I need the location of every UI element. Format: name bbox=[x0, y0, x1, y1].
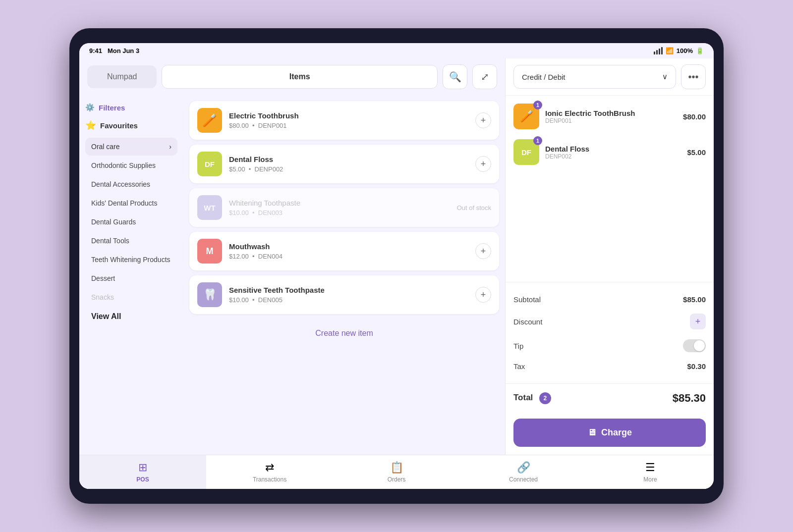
item-name: Electric Toothbrush bbox=[229, 111, 468, 120]
sidebar-item-snacks[interactable]: Snacks bbox=[85, 288, 177, 306]
filter-icon: ⚙️ bbox=[85, 103, 95, 112]
create-new-button[interactable]: Create new item bbox=[189, 319, 499, 348]
pos-icon: ⊞ bbox=[138, 461, 147, 474]
cart-section: 🪥 1 Ionic Electric ToothBrush DENP001 $8… bbox=[506, 96, 714, 282]
item-thumbnail: DF bbox=[197, 152, 222, 176]
item-card: DF Dental Floss $5.00 • DENP002 + bbox=[189, 145, 499, 183]
more-icon: ••• bbox=[688, 71, 698, 83]
cart-thumbnail: DF 1 bbox=[513, 139, 539, 165]
cart-badge: 1 bbox=[533, 136, 542, 145]
sidebar-item-orthodontic[interactable]: Orthodontic Supplies bbox=[85, 157, 177, 174]
tip-toggle[interactable] bbox=[683, 339, 706, 352]
nav-transactions[interactable]: ⇄ Transactions bbox=[206, 455, 333, 489]
search-button[interactable]: 🔍 bbox=[443, 64, 467, 89]
status-time: 9:41 Mon Jun 3 bbox=[89, 47, 139, 54]
expand-button[interactable]: ⤢ bbox=[472, 64, 497, 89]
item-meta: $10.00 • DEN005 bbox=[229, 296, 468, 304]
total-section: Total 2 $85.30 bbox=[506, 383, 714, 413]
sidebar-item-oral-care[interactable]: Oral care › bbox=[85, 138, 177, 156]
chevron-down-icon: ∨ bbox=[662, 72, 668, 81]
cart-item-price: $80.00 bbox=[683, 112, 706, 121]
discount-row: Discount + bbox=[513, 309, 706, 334]
nav-more-label: More bbox=[643, 476, 657, 483]
item-meta: $5.00 • DENP002 bbox=[229, 165, 468, 173]
cart-item-name: Dental Floss bbox=[545, 145, 681, 153]
item-thumbnail: M bbox=[197, 239, 222, 264]
summary-section: Subtotal $85.00 Discount + Tip Tax $0.30 bbox=[506, 282, 714, 383]
cart-item-price: $5.00 bbox=[687, 148, 706, 157]
bottom-nav: ⊞ POS ⇄ Transactions 📋 Orders 🔗 Connecte… bbox=[79, 455, 714, 489]
charge-section: 🖥 Charge bbox=[506, 413, 714, 455]
cart-badge: 1 bbox=[533, 101, 542, 109]
add-item-button[interactable]: + bbox=[475, 112, 491, 128]
top-bar: Numpad Items 🔍 ⤢ bbox=[79, 58, 505, 95]
item-info: Electric Toothbrush $80.00 • DENP001 bbox=[229, 111, 468, 129]
nav-pos-label: POS bbox=[136, 476, 149, 483]
tax-label: Tax bbox=[513, 362, 525, 371]
item-thumbnail: WT bbox=[197, 195, 222, 220]
tax-row: Tax $0.30 bbox=[513, 357, 706, 375]
add-item-button[interactable]: + bbox=[475, 287, 491, 303]
expand-icon: ⤢ bbox=[481, 71, 489, 83]
add-discount-button[interactable]: + bbox=[690, 314, 706, 329]
cart-info: Dental Floss DENP002 bbox=[545, 145, 681, 160]
item-info: Mouthwash $12.00 • DEN004 bbox=[229, 242, 468, 260]
sidebar-item-dessert[interactable]: Dessert bbox=[85, 269, 177, 287]
sidebar-item-view-all[interactable]: View All bbox=[85, 307, 177, 326]
out-of-stock-label: Out of stock bbox=[457, 204, 491, 212]
more-options-button[interactable]: ••• bbox=[681, 64, 706, 89]
filter-label: Filteres bbox=[99, 104, 125, 112]
filter-header[interactable]: ⚙️ Filteres bbox=[85, 103, 177, 112]
item-meta: $80.00 • DENP001 bbox=[229, 122, 468, 129]
add-item-button[interactable]: + bbox=[475, 243, 491, 259]
charge-button[interactable]: 🖥 Charge bbox=[513, 419, 706, 447]
nav-pos[interactable]: ⊞ POS bbox=[79, 455, 206, 489]
favourites-label: Favourites bbox=[100, 121, 138, 130]
item-card: 🦷 Sensitive Teeth Toothpaste $10.00 • DE… bbox=[189, 275, 499, 314]
item-card: M Mouthwash $12.00 • DEN004 + bbox=[189, 232, 499, 270]
cart-thumbnail: 🪥 1 bbox=[513, 104, 539, 129]
nav-orders[interactable]: 📋 Orders bbox=[333, 455, 460, 489]
cart-item: DF 1 Dental Floss DENP002 $5.00 bbox=[513, 139, 706, 165]
cart-item-sku: DENP002 bbox=[545, 153, 681, 160]
total-label: Total bbox=[513, 393, 533, 402]
battery-label: 100% bbox=[677, 47, 693, 54]
item-name: Mouthwash bbox=[229, 242, 468, 251]
item-card: WT Whitening Toothpaste $10.00 • DEN003 … bbox=[189, 188, 499, 227]
nav-transactions-label: Transactions bbox=[253, 476, 286, 483]
cart-info: Ionic Electric ToothBrush DENP001 bbox=[545, 109, 677, 124]
signal-icon bbox=[654, 47, 663, 54]
numpad-button[interactable]: Numpad bbox=[87, 65, 157, 88]
more-icon: ☰ bbox=[645, 461, 655, 474]
charge-icon: 🖥 bbox=[587, 427, 596, 438]
items-button[interactable]: Items bbox=[162, 65, 438, 89]
payment-selector[interactable]: Credit / Debit ∨ bbox=[513, 65, 676, 89]
status-indicators: 📶 100% 🔋 bbox=[654, 47, 704, 54]
charge-label: Charge bbox=[601, 427, 632, 438]
sidebar-item-dental-accessories[interactable]: Dental Accessories bbox=[85, 175, 177, 193]
sidebar: ⚙️ Filteres ⭐ Favourites Oral care › Ort… bbox=[79, 95, 183, 455]
item-thumbnail: 🦷 bbox=[197, 282, 222, 307]
sidebar-item-teeth-whitening[interactable]: Teeth Whitening Products bbox=[85, 251, 177, 268]
subtotal-value: $85.00 bbox=[683, 295, 706, 304]
add-item-button[interactable]: + bbox=[475, 156, 491, 172]
item-meta: $10.00 • DEN003 bbox=[229, 209, 450, 216]
total-qty-badge: 2 bbox=[539, 392, 551, 404]
nav-connected[interactable]: 🔗 Connected bbox=[460, 455, 587, 489]
items-list: 🪥 Electric Toothbrush $80.00 • DENP001 + bbox=[183, 95, 505, 455]
item-name: Sensitive Teeth Toothpaste bbox=[229, 286, 468, 294]
sidebar-item-dental-tools[interactable]: Dental Tools bbox=[85, 232, 177, 250]
orders-icon: 📋 bbox=[390, 461, 403, 474]
sidebar-item-dental-guards[interactable]: Dental Guards bbox=[85, 213, 177, 231]
item-name: Dental Floss bbox=[229, 155, 468, 163]
nav-more[interactable]: ☰ More bbox=[587, 455, 714, 489]
tax-value: $0.30 bbox=[687, 362, 706, 371]
connected-icon: 🔗 bbox=[517, 461, 530, 474]
total-label-group: Total 2 bbox=[513, 392, 551, 404]
item-thumbnail: 🪥 bbox=[197, 108, 222, 133]
right-panel: Credit / Debit ∨ ••• 🪥 1 bbox=[506, 58, 714, 455]
payment-header: Credit / Debit ∨ ••• bbox=[506, 58, 714, 96]
sidebar-item-kids-dental[interactable]: Kids' Dental Products bbox=[85, 194, 177, 212]
subtotal-label: Subtotal bbox=[513, 295, 541, 304]
transactions-icon: ⇄ bbox=[265, 461, 274, 474]
